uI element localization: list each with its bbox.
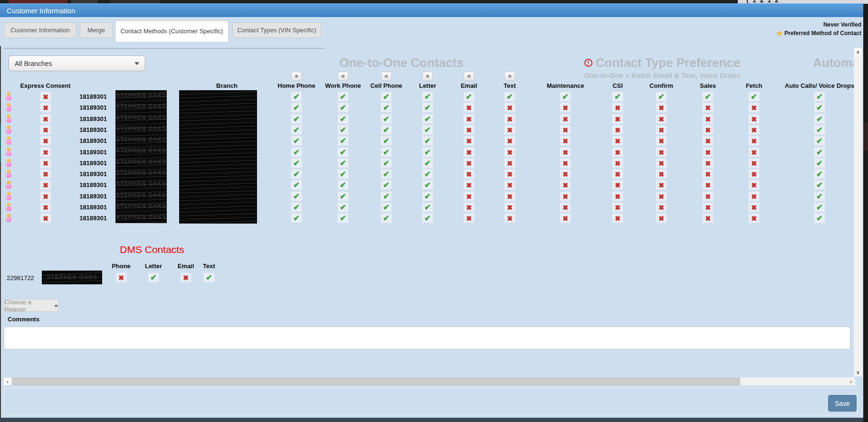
preferred-star-button-text[interactable]: ★: [505, 72, 515, 81]
horizontal-scrollbar-thumb[interactable]: [12, 377, 740, 385]
email-toggle-cross[interactable]: ✖: [463, 147, 475, 157]
confirm-toggle-cross[interactable]: ✖: [656, 103, 667, 113]
letter-toggle-check[interactable]: ✔: [422, 125, 433, 135]
work-phone-toggle-check[interactable]: ✔: [337, 136, 349, 146]
maintenance-toggle-cross[interactable]: ✖: [560, 158, 571, 168]
auto-calls-toggle-check[interactable]: ✔: [814, 202, 825, 212]
scroll-down-icon[interactable]: ∨: [854, 368, 862, 376]
text-toggle-cross[interactable]: ✖: [504, 202, 515, 212]
sales-toggle-cross[interactable]: ✖: [702, 213, 714, 223]
auto-calls-toggle-check[interactable]: ✔: [814, 191, 825, 201]
auto-calls-toggle-check[interactable]: ✔: [814, 147, 825, 157]
auto-calls-toggle-check[interactable]: ✔: [814, 125, 825, 135]
horizontal-scrollbar[interactable]: ‹ ›: [3, 377, 855, 385]
work-phone-toggle-check[interactable]: ✔: [337, 147, 349, 157]
sales-toggle-cross[interactable]: ✖: [702, 103, 714, 113]
email-toggle-cross[interactable]: ✖: [463, 213, 475, 223]
confirm-toggle-cross[interactable]: ✖: [656, 213, 667, 223]
csi-toggle-cross[interactable]: ✖: [612, 147, 623, 157]
preferred-star-button-letter[interactable]: ★: [422, 72, 433, 81]
work-phone-toggle-check[interactable]: ✔: [337, 191, 349, 201]
scroll-up-icon[interactable]: ∧: [854, 47, 862, 56]
fetch-toggle-cross[interactable]: ✖: [748, 202, 760, 212]
text-toggle-cross[interactable]: ✖: [504, 169, 515, 179]
csi-toggle-cross[interactable]: ✖: [612, 158, 623, 168]
maintenance-toggle-check[interactable]: ✔: [560, 92, 571, 102]
tab-contact-methods[interactable]: Contact Methods (Customer Specific): [115, 20, 229, 42]
fetch-toggle-cross[interactable]: ✖: [748, 213, 760, 223]
work-phone-toggle-check[interactable]: ✔: [337, 180, 349, 190]
confirm-toggle-cross[interactable]: ✖: [656, 158, 667, 168]
express-consent-toggle-cross[interactable]: ✖: [40, 147, 51, 157]
fetch-toggle-cross[interactable]: ✖: [748, 125, 760, 135]
sales-toggle-cross[interactable]: ✖: [702, 202, 714, 212]
auto-calls-toggle-check[interactable]: ✔: [814, 92, 825, 102]
cell-phone-toggle-check[interactable]: ✔: [381, 92, 392, 102]
tab-contact-types[interactable]: Contact Types (VIN Specific): [232, 22, 321, 38]
maintenance-toggle-cross[interactable]: ✖: [560, 114, 571, 124]
auto-calls-toggle-check[interactable]: ✔: [814, 114, 825, 124]
express-consent-toggle-cross[interactable]: ✖: [40, 158, 51, 168]
maintenance-toggle-cross[interactable]: ✖: [560, 169, 571, 179]
csi-toggle-cross[interactable]: ✖: [612, 213, 623, 223]
work-phone-toggle-check[interactable]: ✔: [337, 213, 349, 223]
email-toggle-cross[interactable]: ✖: [463, 202, 475, 212]
home-phone-toggle-check[interactable]: ✔: [291, 202, 302, 212]
tab-merge[interactable]: Merge: [80, 22, 113, 38]
branch-filter-select[interactable]: All Branches: [9, 56, 145, 71]
fetch-toggle-cross[interactable]: ✖: [748, 158, 760, 168]
email-toggle-check[interactable]: ✔: [463, 92, 475, 102]
fetch-toggle-cross[interactable]: ✖: [748, 180, 760, 190]
text-toggle-cross[interactable]: ✖: [504, 180, 515, 190]
home-phone-toggle-check[interactable]: ✔: [291, 147, 302, 157]
text-toggle-cross[interactable]: ✖: [504, 136, 515, 146]
csi-toggle-cross[interactable]: ✖: [612, 114, 623, 124]
email-toggle-cross[interactable]: ✖: [463, 191, 475, 201]
cell-phone-toggle-check[interactable]: ✔: [381, 136, 392, 146]
email-toggle-cross[interactable]: ✖: [463, 103, 475, 113]
express-consent-toggle-cross[interactable]: ✖: [40, 125, 51, 135]
csi-toggle-cross[interactable]: ✖: [612, 191, 623, 201]
fetch-toggle-check[interactable]: ✔: [748, 92, 760, 102]
home-phone-toggle-check[interactable]: ✔: [291, 169, 302, 179]
scroll-right-icon[interactable]: ›: [847, 377, 855, 385]
express-consent-toggle-cross[interactable]: ✖: [40, 180, 51, 190]
confirm-toggle-check[interactable]: ✔: [656, 92, 667, 102]
email-toggle-cross[interactable]: ✖: [463, 158, 475, 168]
cell-phone-toggle-check[interactable]: ✔: [381, 103, 392, 113]
letter-toggle-check[interactable]: ✔: [422, 180, 433, 190]
dms-text-toggle-check[interactable]: ✔: [203, 272, 215, 282]
auto-calls-toggle-check[interactable]: ✔: [814, 169, 825, 179]
letter-toggle-check[interactable]: ✔: [422, 158, 433, 168]
email-toggle-cross[interactable]: ✖: [463, 180, 475, 190]
maintenance-toggle-cross[interactable]: ✖: [560, 191, 571, 201]
text-toggle-cross[interactable]: ✖: [504, 147, 515, 157]
fetch-toggle-cross[interactable]: ✖: [748, 169, 760, 179]
cell-phone-toggle-check[interactable]: ✔: [381, 213, 392, 223]
work-phone-toggle-check[interactable]: ✔: [337, 158, 349, 168]
maintenance-toggle-cross[interactable]: ✖: [560, 136, 571, 146]
confirm-toggle-cross[interactable]: ✖: [656, 147, 667, 157]
csi-toggle-cross[interactable]: ✖: [612, 169, 623, 179]
home-phone-toggle-check[interactable]: ✔: [291, 213, 302, 223]
letter-toggle-check[interactable]: ✔: [422, 213, 433, 223]
home-phone-toggle-check[interactable]: ✔: [291, 125, 302, 135]
auto-calls-toggle-check[interactable]: ✔: [814, 180, 825, 190]
dms-phone-toggle-cross[interactable]: ✖: [115, 272, 127, 282]
cell-phone-toggle-check[interactable]: ✔: [381, 180, 392, 190]
letter-toggle-check[interactable]: ✔: [422, 136, 433, 146]
express-consent-toggle-cross[interactable]: ✖: [40, 213, 51, 223]
confirm-toggle-cross[interactable]: ✖: [656, 191, 667, 201]
home-phone-toggle-check[interactable]: ✔: [291, 92, 302, 102]
express-consent-toggle-cross[interactable]: ✖: [40, 191, 51, 201]
text-toggle-cross[interactable]: ✖: [504, 191, 515, 201]
express-consent-toggle-cross[interactable]: ✖: [40, 103, 51, 113]
fetch-toggle-cross[interactable]: ✖: [748, 114, 760, 124]
cell-phone-toggle-check[interactable]: ✔: [381, 158, 392, 168]
work-phone-toggle-check[interactable]: ✔: [337, 202, 349, 212]
maintenance-toggle-cross[interactable]: ✖: [560, 125, 571, 135]
confirm-toggle-cross[interactable]: ✖: [656, 202, 667, 212]
letter-toggle-check[interactable]: ✔: [422, 147, 433, 157]
auto-calls-toggle-check[interactable]: ✔: [814, 158, 825, 168]
cell-phone-toggle-check[interactable]: ✔: [381, 169, 392, 179]
